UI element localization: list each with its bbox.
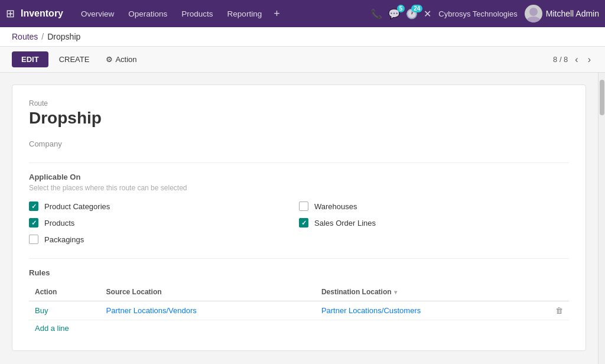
phone-icon[interactable]: 📞 — [370, 8, 382, 20]
company-label: Company — [29, 139, 569, 148]
record-title: Dropship — [29, 109, 569, 128]
nav-products[interactable]: Products — [175, 7, 219, 21]
col-header-dest[interactable]: Destination Location ▾ — [315, 283, 549, 301]
cell-source[interactable]: Partner Locations/Vendors — [100, 301, 315, 320]
applicable-right: Warehouses Sales Order Lines — [299, 202, 569, 244]
record-card: Route Dropship Company Applicable On Sel… — [12, 84, 586, 351]
label-product-categories: Product Categories — [44, 202, 110, 211]
checkbox-row-products: Products — [29, 218, 299, 228]
add-line-button[interactable]: Add a line — [29, 320, 75, 336]
checkbox-row-sales-order-lines: Sales Order Lines — [299, 218, 569, 228]
action-button[interactable]: ⚙ Action — [100, 51, 142, 67]
col-header-action: Action — [29, 283, 100, 301]
svg-point-1 — [526, 17, 541, 22]
action-gear-icon: ⚙ — [106, 55, 113, 64]
divider-2 — [29, 258, 569, 259]
checkbox-row-product-categories: Product Categories — [29, 202, 299, 211]
clock-icon[interactable]: 🕐 24 — [406, 8, 418, 20]
scrollbar[interactable] — [598, 73, 605, 364]
pager-count: 8 / 8 — [553, 55, 568, 64]
company-name: Cybrosys Technologies — [438, 9, 517, 18]
close-icon[interactable]: ✕ — [424, 8, 431, 20]
nav-reporting[interactable]: Reporting — [222, 7, 268, 21]
pager-prev[interactable]: ‹ — [573, 53, 580, 66]
divider-1 — [29, 162, 569, 163]
page-wrapper: ⊞ Inventory Overview Operations Products… — [0, 0, 605, 364]
sort-icon: ▾ — [394, 289, 397, 295]
checkbox-row-packagings: Packagings — [29, 235, 299, 244]
col-header-source: Source Location — [100, 283, 315, 301]
pager-next[interactable]: › — [586, 53, 593, 66]
nav-operations[interactable]: Operations — [122, 7, 173, 21]
edit-button[interactable]: EDIT — [12, 51, 48, 67]
main-content: Route Dropship Company Applicable On Sel… — [0, 73, 598, 364]
rules-header: Rules — [29, 268, 569, 277]
user-avatar — [525, 5, 542, 22]
breadcrumb-separator: / — [41, 32, 44, 41]
user-menu[interactable]: Mitchell Admin — [525, 5, 599, 22]
create-button[interactable]: CREATE — [53, 51, 96, 67]
chat-badge: 5 — [397, 5, 405, 12]
record-label: Route — [29, 99, 569, 108]
label-sales-order-lines: Sales Order Lines — [314, 219, 376, 228]
svg-point-0 — [529, 8, 538, 16]
row-delete-icon[interactable]: 🗑 — [549, 301, 569, 320]
action-button-label: Action — [115, 55, 136, 64]
nav-overview[interactable]: Overview — [75, 7, 120, 21]
cell-dest[interactable]: Partner Locations/Customers — [315, 301, 549, 320]
applicable-on-grid: Product Categories Products Packagings — [29, 202, 569, 244]
checkbox-sales-order-lines[interactable] — [299, 218, 308, 228]
rules-table: Action Source Location Destination Locat… — [29, 283, 569, 320]
breadcrumb: Routes / Dropship — [0, 27, 605, 47]
checkbox-row-warehouses: Warehouses — [299, 202, 569, 211]
label-products: Products — [44, 219, 74, 228]
applicable-on-hint: Select the places where this route can b… — [29, 184, 569, 192]
pager: 8 / 8 ‹ › — [553, 53, 593, 66]
user-name: Mitchell Admin — [546, 9, 599, 18]
label-warehouses: Warehouses — [314, 202, 357, 211]
applicable-left: Product Categories Products Packagings — [29, 202, 299, 244]
checkbox-warehouses[interactable] — [299, 202, 308, 211]
topnav-icons: 📞 💬 5 🕐 24 ✕ — [370, 8, 431, 20]
checkbox-packagings[interactable] — [29, 235, 38, 244]
add-menu-icon[interactable]: + — [270, 8, 284, 20]
col-header-actions — [549, 283, 569, 301]
clock-badge: 24 — [411, 5, 422, 12]
scrollbar-thumb[interactable] — [600, 80, 604, 115]
grid-icon[interactable]: ⊞ — [6, 7, 15, 20]
dest-sort: Destination Location ▾ — [321, 288, 544, 296]
breadcrumb-parent[interactable]: Routes — [12, 32, 38, 41]
checkbox-product-categories[interactable] — [29, 202, 38, 211]
applicable-on-header: Applicable On — [29, 173, 569, 181]
breadcrumb-current: Dropship — [47, 32, 80, 41]
brand-label: Inventory — [21, 8, 63, 19]
topnav: ⊞ Inventory Overview Operations Products… — [0, 0, 605, 27]
chat-icon[interactable]: 💬 5 — [388, 8, 400, 20]
checkbox-products[interactable] — [29, 218, 38, 228]
label-packagings: Packagings — [44, 235, 84, 244]
cell-action[interactable]: Buy — [29, 301, 100, 320]
action-bar: EDIT CREATE ⚙ Action 8 / 8 ‹ › — [0, 47, 605, 73]
table-row: Buy Partner Locations/Vendors Partner Lo… — [29, 301, 569, 320]
